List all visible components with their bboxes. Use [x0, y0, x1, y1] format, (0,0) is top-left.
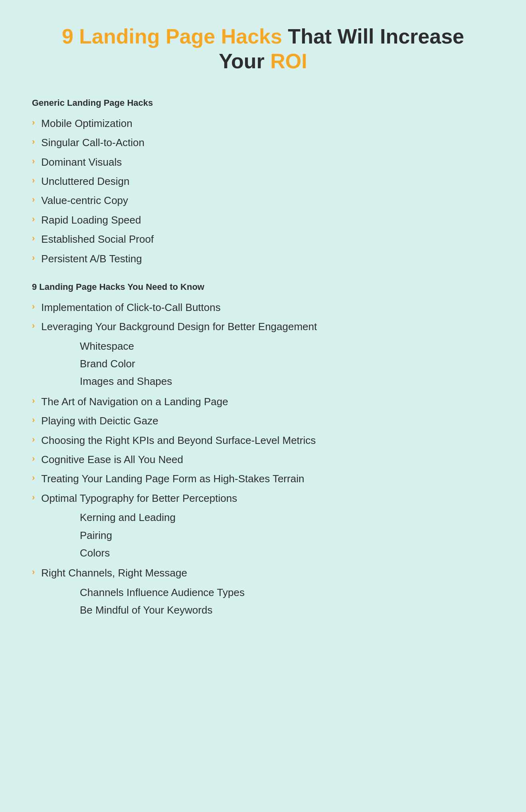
chevron-icon: ›	[32, 567, 35, 577]
item-text-deictic: Playing with Deictic Gaze	[41, 414, 158, 428]
item-text-background: Leveraging Your Background Design for Be…	[41, 319, 317, 334]
chevron-icon: ›	[32, 321, 35, 331]
item-text-typography: Optimal Typography for Better Perception…	[41, 491, 237, 505]
sub-item-images-shapes: Images and Shapes	[80, 374, 494, 388]
list-item-channels: › Right Channels, Right Message Channels…	[32, 566, 494, 617]
sub-list-channels: Channels Influence Audience Types Be Min…	[56, 585, 494, 618]
list-item-rapid-loading: › Rapid Loading Speed	[32, 213, 494, 227]
sub-list-typography: Kerning and Leading Pairing Colors	[56, 510, 494, 560]
sub-item-colors: Colors	[80, 546, 494, 560]
chevron-icon: ›	[32, 175, 35, 186]
item-text-click-to-call: Implementation of Click-to-Call Buttons	[41, 300, 220, 315]
chevron-icon: ›	[32, 396, 35, 406]
item-text: Mobile Optimization	[41, 116, 132, 131]
list-item: › Value-centric Copy	[32, 193, 494, 208]
list-item-inner: › Leveraging Your Background Design for …	[32, 319, 494, 334]
list-item-background-design: › Leveraging Your Background Design for …	[32, 319, 494, 389]
list-item: › Dominant Visuals	[32, 155, 494, 169]
item-text-rapid-loading: Rapid Loading Speed	[41, 213, 141, 227]
sub-item-keywords: Be Mindful of Your Keywords	[80, 603, 494, 617]
item-text-cognitive-ease: Cognitive Ease is All You Need	[41, 452, 183, 467]
chevron-icon: ›	[32, 233, 35, 244]
sub-item-kerning: Kerning and Leading	[80, 510, 494, 525]
sub-list-background: Whitespace Brand Color Images and Shapes	[56, 339, 494, 389]
section-9-hacks: 9 Landing Page Hacks You Need to Know › …	[32, 282, 494, 618]
item-text-social-proof: Established Social Proof	[41, 232, 154, 246]
list-item-form: › Treating Your Landing Page Form as Hig…	[32, 471, 494, 486]
list-item-inner: › Optimal Typography for Better Percepti…	[32, 491, 494, 505]
sub-item-audience-types: Channels Influence Audience Types	[80, 585, 494, 600]
list-item-kpis: › Choosing the Right KPIs and Beyond Sur…	[32, 433, 494, 448]
chevron-icon: ›	[32, 194, 35, 205]
chevron-icon: ›	[32, 301, 35, 312]
chevron-icon: ›	[32, 156, 35, 166]
sub-item-brand-color: Brand Color	[80, 356, 494, 371]
item-text-navigation: The Art of Navigation on a Landing Page	[41, 394, 228, 409]
chevron-icon: ›	[32, 473, 35, 483]
item-text: Singular Call-to-Action	[41, 135, 144, 150]
list-item: › Persistent A/B Testing	[32, 252, 494, 266]
chevron-icon: ›	[32, 117, 35, 128]
list-item-cognitive-ease: › Cognitive Ease is All You Need	[32, 452, 494, 467]
list-item-click-to-call: › Implementation of Click-to-Call Button…	[32, 300, 494, 315]
section-generic-hacks: Generic Landing Page Hacks › Mobile Opti…	[32, 98, 494, 266]
item-text: Uncluttered Design	[41, 174, 129, 188]
item-text: Persistent A/B Testing	[41, 252, 142, 266]
list-item-social-proof: › Established Social Proof	[32, 232, 494, 246]
sub-item-whitespace: Whitespace	[80, 339, 494, 353]
item-text-form: Treating Your Landing Page Form as High-…	[41, 471, 304, 486]
title-orange-part1: 9 Landing Page Hacks	[62, 25, 282, 48]
page-title: 9 Landing Page Hacks That Will Increase …	[48, 24, 478, 74]
section2-title: 9 Landing Page Hacks You Need to Know	[32, 282, 494, 292]
title-orange-part3: ROI	[270, 50, 307, 73]
item-text-kpis: Choosing the Right KPIs and Beyond Surfa…	[41, 433, 316, 448]
chevron-icon: ›	[32, 492, 35, 503]
item-text: Dominant Visuals	[41, 155, 122, 169]
chevron-icon: ›	[32, 137, 35, 147]
list-item-deictic-gaze: › Playing with Deictic Gaze	[32, 414, 494, 428]
sub-item-pairing: Pairing	[80, 528, 494, 543]
item-text: Value-centric Copy	[41, 193, 128, 208]
list-item-inner: › Right Channels, Right Message	[32, 566, 494, 580]
list-item: › Uncluttered Design	[32, 174, 494, 188]
chevron-icon: ›	[32, 253, 35, 263]
item-text-channels: Right Channels, Right Message	[41, 566, 187, 580]
page-header: 9 Landing Page Hacks That Will Increase …	[32, 24, 494, 74]
list-item-typography: › Optimal Typography for Better Percepti…	[32, 491, 494, 560]
chevron-icon: ›	[32, 415, 35, 425]
list-item-navigation: › The Art of Navigation on a Landing Pag…	[32, 394, 494, 409]
chevron-icon: ›	[32, 434, 35, 445]
section1-title: Generic Landing Page Hacks	[32, 98, 494, 108]
list-item: › Singular Call-to-Action	[32, 135, 494, 150]
chevron-icon: ›	[32, 214, 35, 224]
list-item: › Mobile Optimization	[32, 116, 494, 131]
chevron-icon: ›	[32, 454, 35, 464]
